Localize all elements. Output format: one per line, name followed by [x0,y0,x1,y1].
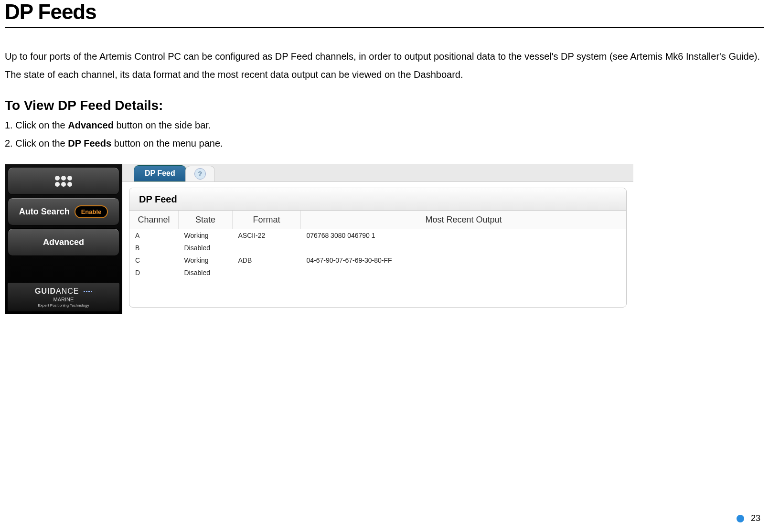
step-1-pre: 1. Click on the [5,120,68,130]
enable-badge[interactable]: Enable [75,205,108,218]
cell-format [233,266,301,279]
step-2-pre: 2. Click on the [5,138,68,149]
step-2-bold: DP Feeds [68,138,111,149]
cell-format [233,242,301,254]
help-icon: ? [194,168,206,180]
sidebar-toggle-button[interactable] [8,167,119,195]
brand-logo: GUIDANCE MARINE Expert Positioning Techn… [8,283,119,311]
title-rule [5,27,764,28]
cell-output [301,242,627,254]
cell-format: ADB [233,254,301,266]
auto-search-label: Auto Search [19,207,70,217]
tab-help[interactable]: ? [185,166,215,181]
step-1: 1. Click on the Advanced button on the s… [5,116,764,134]
cell-output [301,266,627,279]
col-output: Most Recent Output [301,211,627,229]
step-2: 2. Click on the DP Feeds button on the m… [5,134,764,152]
brand-dots-icon [84,291,92,292]
auto-search-button[interactable]: Auto Search Enable [8,198,119,225]
table-row: A Working ASCII-22 076768 3080 046790 1 [129,229,626,242]
advanced-button[interactable]: Advanced [8,228,119,256]
page-bullet-icon [737,515,744,522]
tab-dp-feed[interactable]: DP Feed [134,165,186,181]
table-row: B Disabled [129,242,626,254]
cell-state: Working [179,254,233,266]
brand-name: GUIDANCE [35,287,92,296]
brand-sub: MARINE [53,297,74,302]
cell-state: Disabled [179,242,233,254]
cell-state: Working [179,229,233,242]
cell-channel: A [129,229,179,242]
brand-a: GUID [35,287,56,295]
cell-channel: B [129,242,179,254]
screenshot: Auto Search Enable Advanced GUIDANCE MAR… [5,164,633,314]
brand-tag: Expert Positioning Technology [38,303,89,308]
dp-feed-table: Channel State Format Most Recent Output … [129,211,626,279]
panel: DP Feed ? DP Feed Channel State Format M… [122,164,633,314]
step-1-bold: Advanced [68,120,114,130]
brand-b: ANCE [56,287,79,295]
sidebar: Auto Search Enable Advanced GUIDANCE MAR… [5,164,122,314]
dots-icon [55,176,72,187]
table-row: C Working ADB 04-67-90-07-67-69-30-80-FF [129,254,626,266]
col-format: Format [233,211,301,229]
table-row: D Disabled [129,266,626,279]
col-channel: Channel [129,211,179,229]
col-state: State [179,211,233,229]
subheading: To View DP Feed Details: [5,98,764,113]
cell-channel: D [129,266,179,279]
tab-bar: DP Feed ? [122,164,633,182]
intro-paragraph-1: Up to four ports of the Artemis Control … [5,47,764,65]
footer: 23 [737,513,760,523]
cell-channel: C [129,254,179,266]
card-title: DP Feed [129,188,626,211]
cell-format: ASCII-22 [233,229,301,242]
cell-output: 04-67-90-07-67-69-30-80-FF [301,254,627,266]
page-number: 23 [751,513,760,523]
cell-state: Disabled [179,266,233,279]
intro-paragraph-2: The state of each channel, its data form… [5,65,764,84]
dp-feed-card: DP Feed Channel State Format Most Recent… [129,188,627,308]
step-1-post: button on the side bar. [114,120,211,130]
cell-output: 076768 3080 046790 1 [301,229,627,242]
step-2-post: button on the menu pane. [111,138,223,149]
page-title: DP Feeds [5,0,764,24]
